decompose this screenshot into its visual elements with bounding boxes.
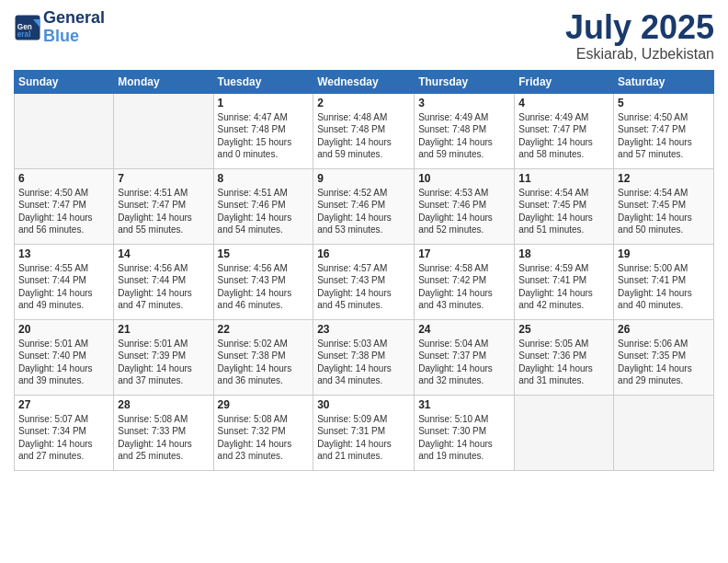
day-info: Sunrise: 5:08 AM Sunset: 7:32 PM Dayligh…: [218, 413, 310, 463]
svg-text:eral: eral: [17, 30, 31, 39]
calendar-cell: 4Sunrise: 4:49 AM Sunset: 7:47 PM Daylig…: [515, 93, 614, 168]
day-info: Sunrise: 4:59 AM Sunset: 7:41 PM Dayligh…: [518, 262, 609, 312]
day-number: 30: [317, 398, 410, 411]
calendar-header-row: SundayMondayTuesdayWednesdayThursdayFrid…: [15, 70, 714, 93]
month-title: July 2025: [565, 9, 714, 46]
day-number: 14: [118, 247, 209, 260]
page-container: Gen eral General Blue July 2025 Eskiarab…: [0, 0, 728, 563]
day-info: Sunrise: 4:48 AM Sunset: 7:48 PM Dayligh…: [317, 111, 410, 161]
day-info: Sunrise: 5:07 AM Sunset: 7:34 PM Dayligh…: [18, 413, 109, 463]
calendar-cell: [614, 395, 714, 470]
day-number: 4: [518, 97, 609, 109]
day-number: 3: [418, 97, 510, 109]
calendar-week-3: 13Sunrise: 4:55 AM Sunset: 7:44 PM Dayli…: [15, 244, 714, 319]
day-info: Sunrise: 4:56 AM Sunset: 7:43 PM Dayligh…: [218, 262, 310, 312]
calendar-cell: 17Sunrise: 4:58 AM Sunset: 7:42 PM Dayli…: [415, 244, 515, 319]
day-info: Sunrise: 4:51 AM Sunset: 7:46 PM Dayligh…: [218, 187, 310, 236]
day-number: 23: [317, 323, 410, 336]
calendar-week-5: 27Sunrise: 5:07 AM Sunset: 7:34 PM Dayli…: [15, 395, 714, 470]
day-number: 12: [618, 172, 710, 185]
calendar-cell: 23Sunrise: 5:03 AM Sunset: 7:38 PM Dayli…: [313, 319, 415, 395]
day-number: 1: [218, 97, 310, 109]
calendar-cell: [114, 93, 213, 168]
calendar-cell: [15, 93, 114, 168]
calendar-cell: 16Sunrise: 4:57 AM Sunset: 7:43 PM Dayli…: [313, 244, 415, 319]
day-info: Sunrise: 5:01 AM Sunset: 7:39 PM Dayligh…: [118, 338, 209, 387]
day-number: 8: [218, 172, 310, 185]
calendar-cell: 22Sunrise: 5:02 AM Sunset: 7:38 PM Dayli…: [213, 319, 313, 395]
calendar-cell: 5Sunrise: 4:50 AM Sunset: 7:47 PM Daylig…: [614, 93, 714, 168]
day-info: Sunrise: 5:08 AM Sunset: 7:33 PM Dayligh…: [118, 413, 209, 463]
day-number: 5: [618, 97, 710, 109]
calendar-cell: 14Sunrise: 4:56 AM Sunset: 7:44 PM Dayli…: [114, 244, 213, 319]
calendar-cell: [515, 395, 614, 470]
day-header-tuesday: Tuesday: [213, 70, 313, 93]
day-info: Sunrise: 5:10 AM Sunset: 7:30 PM Dayligh…: [418, 413, 510, 463]
day-number: 17: [418, 247, 510, 260]
day-info: Sunrise: 4:58 AM Sunset: 7:42 PM Dayligh…: [418, 262, 510, 312]
day-info: Sunrise: 4:57 AM Sunset: 7:43 PM Dayligh…: [317, 262, 410, 312]
day-header-wednesday: Wednesday: [313, 70, 415, 93]
calendar-cell: 8Sunrise: 4:51 AM Sunset: 7:46 PM Daylig…: [213, 168, 313, 244]
calendar-cell: 29Sunrise: 5:08 AM Sunset: 7:32 PM Dayli…: [213, 395, 313, 470]
day-number: 18: [518, 247, 609, 260]
day-number: 9: [317, 172, 410, 185]
calendar-cell: 26Sunrise: 5:06 AM Sunset: 7:35 PM Dayli…: [614, 319, 714, 395]
day-info: Sunrise: 4:51 AM Sunset: 7:47 PM Dayligh…: [118, 187, 209, 236]
day-number: 27: [18, 398, 109, 411]
day-info: Sunrise: 5:04 AM Sunset: 7:37 PM Dayligh…: [418, 338, 510, 387]
day-info: Sunrise: 4:50 AM Sunset: 7:47 PM Dayligh…: [18, 187, 109, 236]
calendar-week-2: 6Sunrise: 4:50 AM Sunset: 7:47 PM Daylig…: [15, 168, 714, 244]
calendar-cell: 3Sunrise: 4:49 AM Sunset: 7:48 PM Daylig…: [415, 93, 515, 168]
day-number: 20: [18, 323, 109, 336]
calendar-cell: 7Sunrise: 4:51 AM Sunset: 7:47 PM Daylig…: [114, 168, 213, 244]
day-info: Sunrise: 5:00 AM Sunset: 7:41 PM Dayligh…: [618, 262, 710, 312]
calendar-cell: 2Sunrise: 4:48 AM Sunset: 7:48 PM Daylig…: [313, 93, 415, 168]
day-number: 16: [317, 247, 410, 260]
calendar-cell: 13Sunrise: 4:55 AM Sunset: 7:44 PM Dayli…: [15, 244, 114, 319]
calendar-cell: 25Sunrise: 5:05 AM Sunset: 7:36 PM Dayli…: [515, 319, 614, 395]
day-info: Sunrise: 4:54 AM Sunset: 7:45 PM Dayligh…: [618, 187, 710, 236]
location-title: Eskiarab, Uzbekistan: [565, 46, 714, 63]
day-info: Sunrise: 4:50 AM Sunset: 7:47 PM Dayligh…: [618, 111, 710, 161]
day-number: 21: [118, 323, 209, 336]
calendar-cell: 19Sunrise: 5:00 AM Sunset: 7:41 PM Dayli…: [614, 244, 714, 319]
day-info: Sunrise: 4:52 AM Sunset: 7:46 PM Dayligh…: [317, 187, 410, 236]
day-number: 7: [118, 172, 209, 185]
day-info: Sunrise: 4:56 AM Sunset: 7:44 PM Dayligh…: [118, 262, 209, 312]
calendar-cell: 30Sunrise: 5:09 AM Sunset: 7:31 PM Dayli…: [313, 395, 415, 470]
day-number: 13: [18, 247, 109, 260]
calendar-cell: 9Sunrise: 4:52 AM Sunset: 7:46 PM Daylig…: [313, 168, 415, 244]
calendar-cell: 10Sunrise: 4:53 AM Sunset: 7:46 PM Dayli…: [415, 168, 515, 244]
day-info: Sunrise: 5:02 AM Sunset: 7:38 PM Dayligh…: [218, 338, 310, 387]
day-header-monday: Monday: [114, 70, 213, 93]
calendar-cell: 11Sunrise: 4:54 AM Sunset: 7:45 PM Dayli…: [515, 168, 614, 244]
day-info: Sunrise: 4:49 AM Sunset: 7:47 PM Dayligh…: [518, 111, 609, 161]
day-header-friday: Friday: [515, 70, 614, 93]
day-info: Sunrise: 4:47 AM Sunset: 7:48 PM Dayligh…: [218, 111, 310, 161]
day-info: Sunrise: 5:01 AM Sunset: 7:40 PM Dayligh…: [18, 338, 109, 387]
calendar-cell: 1Sunrise: 4:47 AM Sunset: 7:48 PM Daylig…: [213, 93, 313, 168]
day-number: 22: [218, 323, 310, 336]
day-info: Sunrise: 4:55 AM Sunset: 7:44 PM Dayligh…: [18, 262, 109, 312]
logo-icon: Gen eral: [14, 14, 41, 41]
calendar-cell: 20Sunrise: 5:01 AM Sunset: 7:40 PM Dayli…: [15, 319, 114, 395]
day-info: Sunrise: 5:05 AM Sunset: 7:36 PM Dayligh…: [518, 338, 609, 387]
calendar-cell: 6Sunrise: 4:50 AM Sunset: 7:47 PM Daylig…: [15, 168, 114, 244]
day-number: 26: [618, 323, 710, 336]
day-info: Sunrise: 4:53 AM Sunset: 7:46 PM Dayligh…: [418, 187, 510, 236]
day-number: 11: [518, 172, 609, 185]
calendar-table: SundayMondayTuesdayWednesdayThursdayFrid…: [14, 70, 714, 471]
calendar-cell: 12Sunrise: 4:54 AM Sunset: 7:45 PM Dayli…: [614, 168, 714, 244]
day-number: 15: [218, 247, 310, 260]
day-number: 29: [218, 398, 310, 411]
calendar-cell: 31Sunrise: 5:10 AM Sunset: 7:30 PM Dayli…: [415, 395, 515, 470]
calendar-cell: 24Sunrise: 5:04 AM Sunset: 7:37 PM Dayli…: [415, 319, 515, 395]
day-number: 31: [418, 398, 510, 411]
day-info: Sunrise: 5:06 AM Sunset: 7:35 PM Dayligh…: [618, 338, 710, 387]
day-header-sunday: Sunday: [15, 70, 114, 93]
calendar-cell: 18Sunrise: 4:59 AM Sunset: 7:41 PM Dayli…: [515, 244, 614, 319]
calendar-week-1: 1Sunrise: 4:47 AM Sunset: 7:48 PM Daylig…: [15, 93, 714, 168]
day-number: 2: [317, 97, 410, 109]
calendar-cell: 28Sunrise: 5:08 AM Sunset: 7:33 PM Dayli…: [114, 395, 213, 470]
